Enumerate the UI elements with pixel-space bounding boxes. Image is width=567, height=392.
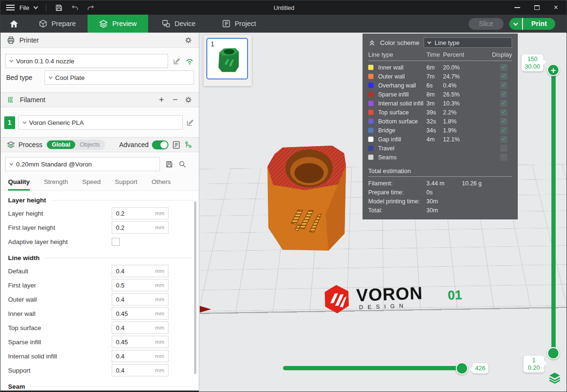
settings-group-title-layer-height: Layer height: [0, 191, 199, 206]
line-type-percent: 1.8%: [443, 118, 500, 125]
layer-slider-track[interactable]: [551, 71, 556, 353]
bed-type-select[interactable]: Cool Plate: [44, 70, 194, 85]
color-scheme-label: Color scheme: [380, 39, 419, 46]
display-checkbox[interactable]: ✓: [500, 118, 507, 125]
input-layer-height[interactable]: [112, 209, 143, 218]
setting-label: First layer: [8, 282, 112, 289]
input-top-surface[interactable]: [112, 324, 143, 332]
process-tab-others[interactable]: Others: [151, 178, 171, 191]
edit-printer-icon[interactable]: [173, 57, 180, 65]
display-checkbox[interactable]: ✓: [500, 64, 507, 71]
process-preset-select[interactable]: 0.20mm Standard @Voron: [5, 157, 160, 171]
scope-global-button[interactable]: Global: [47, 140, 76, 149]
input-default[interactable]: [112, 267, 143, 275]
printer-section-title: Printer: [19, 36, 39, 44]
sliced-model[interactable]: [264, 144, 354, 255]
unit-label: mm: [155, 311, 168, 316]
input-internal-solid-infill[interactable]: [112, 352, 143, 360]
edit-filament-icon[interactable]: [186, 119, 194, 127]
layer-slider-bottom-handle[interactable]: [547, 347, 559, 359]
filament-slot-badge[interactable]: 1: [4, 116, 15, 129]
add-filament-button[interactable]: +: [157, 95, 166, 105]
parameter-tree-icon[interactable]: [184, 140, 193, 149]
setting-label: Top surface: [8, 324, 112, 331]
plate-front-marker: [200, 306, 211, 313]
line-type-swatch: [368, 92, 373, 97]
close-button[interactable]: ×: [554, 4, 558, 11]
display-checkbox[interactable]: ✓: [500, 73, 507, 80]
tab-preview[interactable]: Preview: [88, 15, 148, 33]
home-button[interactable]: [0, 15, 27, 33]
file-menu[interactable]: File: [19, 4, 29, 11]
panel-scrollbar[interactable]: [194, 201, 196, 374]
display-checkbox[interactable]: ✓: [500, 100, 507, 107]
chevron-down-icon[interactable]: [34, 5, 38, 9]
color-scheme-select[interactable]: Line type: [424, 37, 512, 48]
line-type-label: Inner wall: [378, 64, 426, 71]
filament-settings-gear-icon[interactable]: [184, 96, 193, 104]
layers-mode-button[interactable]: [548, 371, 562, 385]
print-dropdown-button[interactable]: [509, 18, 522, 30]
remove-filament-button[interactable]: −: [170, 95, 180, 105]
display-checkbox[interactable]: ✓: [500, 109, 507, 116]
save-icon[interactable]: [55, 4, 63, 12]
process-tab-quality[interactable]: Quality: [8, 178, 30, 191]
tab-project[interactable]: Project: [209, 15, 269, 33]
hamburger-menu-icon[interactable]: [6, 5, 15, 10]
advanced-toggle[interactable]: [152, 140, 168, 149]
layer-slider-top-handle[interactable]: +: [547, 64, 559, 76]
input-inner-wall[interactable]: [112, 310, 143, 318]
display-checkbox[interactable]: ✓: [500, 127, 507, 134]
input-sparse-infill[interactable]: [112, 338, 143, 346]
display-checkbox[interactable]: ✓: [500, 91, 507, 98]
search-icon[interactable]: [178, 160, 186, 168]
collapse-panel-icon[interactable]: [368, 39, 376, 46]
minimize-button[interactable]: [514, 7, 520, 8]
parameter-list-icon[interactable]: [172, 140, 181, 149]
process-tab-speed[interactable]: Speed: [82, 178, 101, 191]
total-label: Filament:: [368, 180, 426, 187]
input-outer-wall[interactable]: [112, 296, 143, 304]
plate-thumbnail[interactable]: 1: [206, 38, 248, 79]
scope-objects-button[interactable]: Objects: [75, 140, 104, 149]
wifi-icon[interactable]: [185, 57, 194, 65]
tab-device[interactable]: Device: [148, 15, 209, 33]
input-first-layer-height[interactable]: [112, 224, 143, 232]
line-type-time: 39s: [426, 109, 443, 116]
display-checkbox[interactable]: [500, 154, 507, 161]
move-slider-handle[interactable]: [456, 362, 468, 375]
settings-group-title-line-width: Line width: [0, 249, 199, 264]
display-checkbox[interactable]: ✓: [500, 136, 507, 143]
slice-button[interactable]: Slice: [469, 18, 504, 30]
layer-top-number: 150: [524, 55, 540, 63]
line-type-time: 8m: [426, 91, 443, 98]
line-type-time: 7m: [426, 73, 443, 80]
total-label: Prepare time:: [368, 189, 426, 196]
input-support[interactable]: [112, 366, 143, 375]
printer-preset-select[interactable]: Voron 0.1 0.4 nozzle: [5, 54, 168, 68]
process-section-title: Process: [18, 141, 43, 148]
process-tab-strength[interactable]: Strength: [44, 178, 68, 191]
move-slider-track[interactable]: [283, 366, 468, 370]
viewport-3d[interactable]: VORON DESIGN 01 1 Color scheme: [200, 33, 567, 392]
col-time: Time: [426, 51, 443, 58]
line-type-swatch: [368, 137, 373, 142]
checkbox-adaptive-layer-height[interactable]: [112, 238, 120, 246]
redo-icon[interactable]: [87, 4, 95, 11]
print-button[interactable]: Print: [523, 18, 555, 30]
process-tab-support[interactable]: Support: [115, 178, 137, 191]
tab-prepare[interactable]: Prepare: [27, 15, 88, 33]
undo-icon[interactable]: [71, 4, 79, 11]
process-icon: [7, 140, 15, 149]
legend-row-bridge: Bridge34s1.9%✓: [368, 126, 512, 135]
printer-settings-gear-icon[interactable]: [184, 36, 193, 44]
filament-preset-select[interactable]: Voron Generic PLA: [18, 115, 183, 130]
save-preset-icon[interactable]: [165, 160, 173, 168]
setting-row-adaptive-layer-height: Adaptive layer height: [0, 235, 199, 249]
maximize-button[interactable]: [534, 5, 540, 10]
total-estimation-title: Total estimation: [368, 166, 512, 175]
display-checkbox[interactable]: [500, 145, 507, 152]
input-first-layer[interactable]: [112, 281, 143, 289]
col-line-type: Line type: [368, 51, 426, 58]
display-checkbox[interactable]: ✓: [500, 82, 507, 89]
